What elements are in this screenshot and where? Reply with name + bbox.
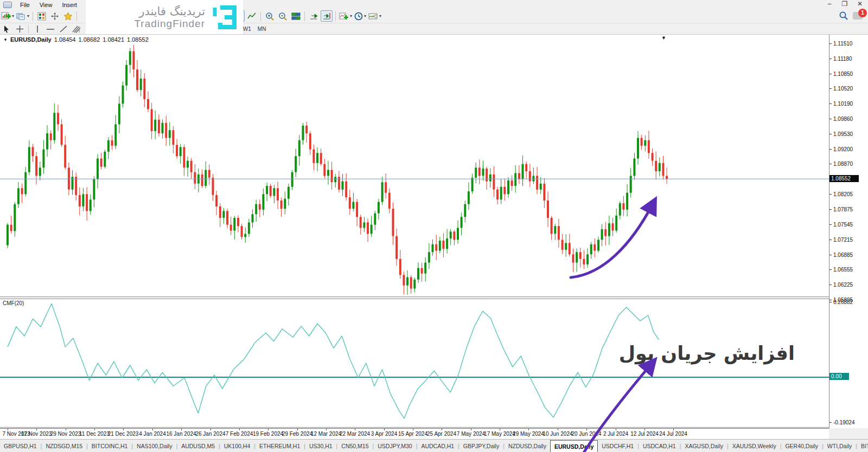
search-icon[interactable] bbox=[839, 11, 848, 21]
chart-tab-cn50[interactable]: CN50,M15 bbox=[337, 440, 372, 452]
indicator-name-label: CMF(20) bbox=[3, 300, 24, 306]
date-tick-mark bbox=[471, 429, 471, 430]
price-pane[interactable]: ▼ EURUSD,Daily 1.08454 1.08682 1.08421 1… bbox=[0, 35, 829, 296]
chart-shift-button[interactable] bbox=[321, 10, 333, 22]
chart-tab-audusd[interactable]: AUDUSD,M5 bbox=[177, 440, 219, 452]
date-tick-mark bbox=[528, 429, 529, 430]
chart-tab-usdchf[interactable]: USDCHF,H1 bbox=[598, 440, 637, 452]
new-chart-icon bbox=[1, 12, 11, 21]
crosshair-move-button[interactable] bbox=[49, 10, 61, 22]
date-tick-mark bbox=[442, 429, 442, 430]
horizontal-line-button[interactable] bbox=[44, 23, 56, 35]
tile-windows-button[interactable] bbox=[290, 10, 302, 22]
date-tick-mark bbox=[181, 429, 182, 430]
date-tick-label: 20 Jun 2024 bbox=[571, 431, 601, 437]
fibo-channel-button[interactable]: f bbox=[71, 23, 82, 35]
chart-tab-xauusd[interactable]: XAUUSD,Weekly bbox=[729, 440, 780, 452]
zoom-out-button[interactable] bbox=[277, 10, 289, 22]
price-tick-label: 1.06555 bbox=[833, 267, 853, 273]
chart-tab-gbpusd[interactable]: GBPUSD,H1 bbox=[0, 440, 41, 452]
menu-view[interactable]: View bbox=[35, 1, 58, 9]
notifications-button[interactable]: 1 bbox=[853, 12, 863, 20]
date-tick-mark bbox=[297, 429, 298, 430]
chart-tab-ger40[interactable]: GER40,Daily bbox=[781, 440, 822, 452]
chart-tab-bitcoinc[interactable]: BITCOINC,H1 bbox=[88, 440, 132, 452]
collapse-triangle-icon[interactable]: ▼ bbox=[3, 37, 8, 42]
zoom-in-button[interactable] bbox=[264, 10, 276, 22]
favorites-button[interactable] bbox=[62, 10, 74, 22]
chart-tab-usdjpy[interactable]: USDJPY,M30 bbox=[374, 440, 416, 452]
chevron-down-icon: ▾ bbox=[350, 14, 352, 18]
chart-tab-us30[interactable]: US30,H1 bbox=[305, 440, 336, 452]
profiles-button[interactable]: ▾ bbox=[16, 10, 30, 22]
crosshair-button[interactable] bbox=[14, 23, 25, 35]
chart-tab-gbpjpy[interactable]: GBPJPY,Daily bbox=[459, 440, 503, 452]
price-axis[interactable]: 1.115101.111801.108501.105201.101901.098… bbox=[829, 34, 868, 428]
date-tick-mark bbox=[94, 429, 95, 430]
date-tick-mark bbox=[8, 429, 8, 430]
vertical-line-button[interactable] bbox=[31, 23, 43, 35]
chevron-down-icon: ▾ bbox=[27, 14, 29, 18]
price-tick-label: 1.09860 bbox=[833, 116, 853, 122]
chart-tab-nzdsgd[interactable]: NZDSGD,M15 bbox=[42, 440, 86, 452]
line-chart-button[interactable] bbox=[246, 10, 258, 22]
add-indicator-icon bbox=[339, 12, 349, 21]
chart-tab-xagusd[interactable]: XAGUSD,Daily bbox=[681, 440, 727, 452]
templates-button[interactable]: ▾ bbox=[368, 10, 382, 22]
current-price-tag: 1.08552 bbox=[829, 175, 859, 182]
money-flow-annotation: افزایش جریان پول bbox=[619, 343, 795, 364]
date-tick-mark bbox=[123, 429, 124, 430]
svg-text:f: f bbox=[79, 29, 80, 33]
price-tick-label: 1.11180 bbox=[833, 56, 852, 62]
date-tick-label: 3 Apr 2024 bbox=[371, 431, 397, 437]
date-axis[interactable]: 7 Nov 202317 Nov 202329 Nov 202311 Dec 2… bbox=[0, 428, 829, 439]
chart-tab-usdcad[interactable]: USDCAD,H1 bbox=[639, 440, 680, 452]
periods-button[interactable]: ▾ bbox=[354, 10, 367, 22]
chart-tab-nas100[interactable]: NAS100,Daily bbox=[133, 440, 176, 452]
auto-scroll-icon bbox=[309, 12, 318, 21]
chart-tab-audcad[interactable]: AUDCAD,H1 bbox=[417, 440, 458, 452]
chart-tab-eurusd[interactable]: EURUSD,Daily bbox=[550, 440, 598, 452]
trend-line-icon bbox=[59, 25, 68, 33]
price-tick-label: 1.09530 bbox=[833, 131, 853, 137]
chart-tab-wti[interactable]: WTI,Daily bbox=[824, 440, 856, 452]
chart-tab-ethereum[interactable]: ETHEREUM,H1 bbox=[256, 440, 304, 452]
date-tick-label: 24 Jul 2024 bbox=[659, 431, 687, 437]
date-tick-mark bbox=[384, 429, 385, 430]
menu-insert[interactable]: Insert bbox=[57, 1, 82, 9]
market-watch-button[interactable] bbox=[36, 10, 48, 22]
timeframe-mn-button[interactable]: MN bbox=[254, 24, 270, 34]
date-tick-mark bbox=[66, 429, 66, 430]
date-tick-label: 25 Apr 2024 bbox=[427, 431, 456, 437]
price-tick-label: 1.09200 bbox=[833, 146, 853, 152]
chart-window[interactable]: ▼ EURUSD,Daily 1.08454 1.08682 1.08421 1… bbox=[0, 34, 829, 428]
chart-tab-bitcoin[interactable]: BITCOIN,Daily bbox=[857, 440, 868, 452]
date-tick-label: 15 Apr 2024 bbox=[398, 431, 427, 437]
restore-button[interactable]: ❐ bbox=[839, 0, 851, 8]
crosshair-icon bbox=[16, 25, 24, 33]
price-tick-label: 1.08205 bbox=[833, 191, 853, 197]
brand-name-en: TradingFinder bbox=[134, 18, 205, 30]
date-tick-mark bbox=[616, 429, 616, 430]
date-tick-label: 2 Jul 2024 bbox=[603, 431, 628, 437]
cursor-icon bbox=[3, 25, 10, 33]
date-tick-mark bbox=[355, 429, 355, 430]
minimize-button[interactable]: – bbox=[824, 0, 835, 8]
new-chart-button[interactable]: ▾ bbox=[1, 10, 15, 22]
close-button[interactable]: ✕ bbox=[854, 0, 866, 8]
ohlc-high: 1.08682 bbox=[78, 36, 100, 43]
tile-windows-icon bbox=[291, 12, 301, 21]
menu-file[interactable]: File bbox=[15, 1, 35, 9]
trading-finder-watermark: تریدینگ فایندر TradingFinder bbox=[86, 0, 243, 34]
notification-badge: 1 bbox=[858, 9, 867, 17]
add-indicator-button[interactable]: ▾ bbox=[339, 10, 353, 22]
auto-scroll-button[interactable] bbox=[308, 10, 320, 22]
scroll-to-end-icon[interactable]: ▼ bbox=[661, 35, 666, 41]
chart-tab-nzdusd[interactable]: NZDUSD,Daily bbox=[505, 440, 550, 452]
date-tick-mark bbox=[413, 429, 413, 430]
cursor-button[interactable] bbox=[1, 23, 12, 35]
chart-tab-uk100[interactable]: UK100,H4 bbox=[220, 440, 254, 452]
trend-line-button[interactable] bbox=[58, 23, 69, 35]
app-icon bbox=[3, 2, 12, 8]
chart-shift-icon bbox=[322, 12, 331, 21]
